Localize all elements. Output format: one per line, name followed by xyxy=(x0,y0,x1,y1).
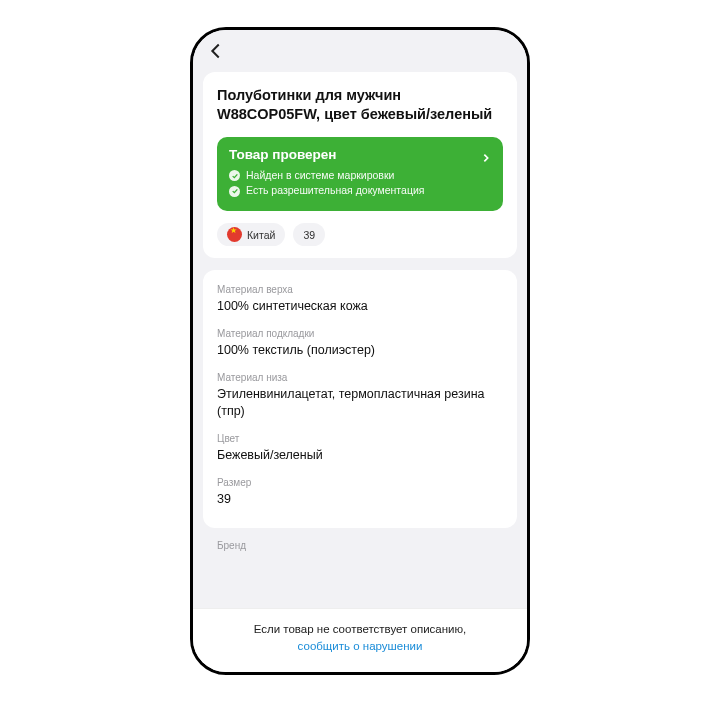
phone-side-button xyxy=(529,170,530,226)
back-icon[interactable] xyxy=(205,40,227,62)
report-violation-link[interactable]: сообщить о нарушении xyxy=(211,638,509,655)
spec-label: Цвет xyxy=(217,433,503,444)
content-scroll[interactable]: Полуботинки для мужчин W88COP05FW, цвет … xyxy=(193,72,527,609)
product-title: Полуботинки для мужчин W88COP05FW, цвет … xyxy=(217,86,503,125)
check-icon xyxy=(229,186,240,197)
spec-value: Бежевый/зеленый xyxy=(217,447,503,464)
chips-row: Китай 39 xyxy=(217,223,503,246)
spec-lining: Материал подкладки 100% текстиль (полиэс… xyxy=(217,328,503,359)
footer-note: Если товар не соответствует описанию, со… xyxy=(193,608,527,672)
spec-color: Цвет Бежевый/зеленый xyxy=(217,433,503,464)
phone-frame: Полуботинки для мужчин W88COP05FW, цвет … xyxy=(190,27,530,675)
spec-upper: Материал верха 100% синтетическая кожа xyxy=(217,284,503,315)
chip-label: 39 xyxy=(303,229,315,241)
size-chip[interactable]: 39 xyxy=(293,223,325,246)
chip-label: Китай xyxy=(247,229,275,241)
verification-text: Найден в системе маркировки xyxy=(246,168,394,184)
spec-label: Материал верха xyxy=(217,284,503,295)
flag-china-icon xyxy=(227,227,242,242)
check-icon xyxy=(229,170,240,181)
spec-value: 39 xyxy=(217,491,503,508)
spec-value: 100% текстиль (полиэстер) xyxy=(217,342,503,359)
specs-card: Материал верха 100% синтетическая кожа М… xyxy=(203,270,517,528)
verification-line: Найден в системе маркировки xyxy=(229,168,491,184)
spec-value: Этиленвинилацетат, термопластичная резин… xyxy=(217,386,503,420)
verification-title: Товар проверен xyxy=(229,147,491,162)
app-header xyxy=(193,30,527,72)
spec-label: Размер xyxy=(217,477,503,488)
verification-line: Есть разрешительная документация xyxy=(229,183,491,199)
phone-side-button xyxy=(529,240,530,276)
chevron-right-icon xyxy=(481,149,491,159)
spec-sole: Материал низа Этиленвинилацетат, термопл… xyxy=(217,372,503,420)
spec-label: Материал подкладки xyxy=(217,328,503,339)
verification-banner[interactable]: Товар проверен Найден в системе маркиров… xyxy=(217,137,503,212)
verification-text: Есть разрешительная документация xyxy=(246,183,424,199)
spec-brand-label-cutoff: Бренд xyxy=(203,540,517,551)
footer-text: Если товар не соответствует описанию, xyxy=(211,621,509,638)
spec-size: Размер 39 xyxy=(217,477,503,508)
app-screen: Полуботинки для мужчин W88COP05FW, цвет … xyxy=(193,30,527,672)
product-header-card: Полуботинки для мужчин W88COP05FW, цвет … xyxy=(203,72,517,259)
country-chip[interactable]: Китай xyxy=(217,223,285,246)
spec-value: 100% синтетическая кожа xyxy=(217,298,503,315)
spec-label: Материал низа xyxy=(217,372,503,383)
